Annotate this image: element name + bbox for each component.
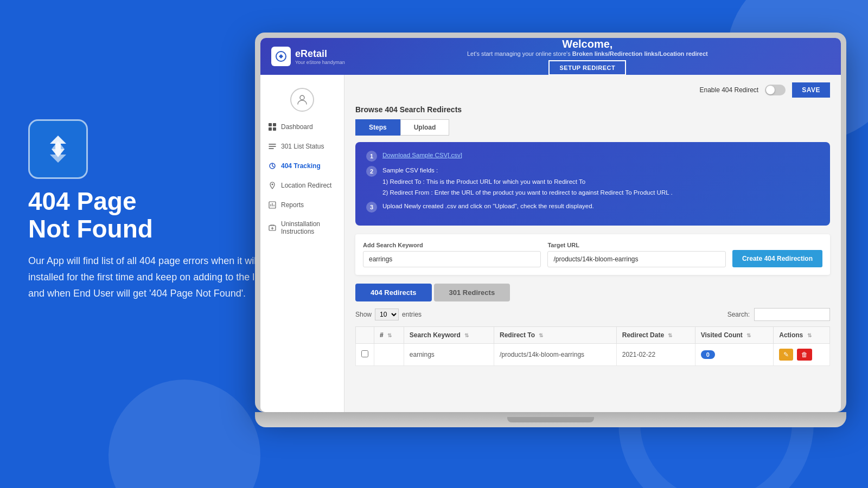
browse-tabs: Steps Upload xyxy=(355,119,830,136)
sidebar-item-uninstall[interactable]: Uninstallation Instructions xyxy=(260,215,344,241)
redirects-table: # ⇅ Search Keyword ⇅ Redirect To ⇅ Redir… xyxy=(355,326,830,366)
table-header-row: # ⇅ Search Keyword ⇅ Redirect To ⇅ Redir… xyxy=(356,326,830,343)
search-label: Search: xyxy=(727,311,750,318)
row-checkbox-cell xyxy=(356,343,374,365)
left-title: 404 Page Not Found xyxy=(28,188,278,242)
row-visited-count: 0 xyxy=(695,343,774,365)
welcome-title: Welcome, xyxy=(345,38,830,50)
target-url-group: Target URL xyxy=(547,242,725,267)
sidebar-item-404-tracking[interactable]: 404 Tracking xyxy=(260,156,344,176)
step-2-title: Sample CSV fields : xyxy=(382,166,673,175)
step-2-num: 2 xyxy=(366,166,377,177)
step-3-num: 3 xyxy=(366,202,377,213)
keyword-input[interactable] xyxy=(363,251,541,267)
col-actions: Actions ⇅ xyxy=(774,326,830,343)
header-center: Welcome, Let's start managing your onlin… xyxy=(345,38,830,75)
laptop-base xyxy=(255,412,846,427)
delete-button[interactable]: 🗑 xyxy=(797,349,812,361)
laptop-outer: eRetail Your eStore handyman Welcome, Le… xyxy=(255,33,846,412)
enable-404-toggle[interactable] xyxy=(765,85,786,95)
row-keyword: earnings xyxy=(404,343,494,365)
search-input[interactable] xyxy=(754,308,830,321)
logo-text-area: eRetail Your eStore handyman xyxy=(295,48,345,65)
location-icon xyxy=(268,181,277,190)
table-row: earnings /products/14k-bloom-earrings 20… xyxy=(356,343,830,365)
svg-point-1 xyxy=(300,95,304,100)
keyword-label: Add Search Keyword xyxy=(363,242,541,248)
step-2-content: Sample CSV fields : 1) Redirect To : Thi… xyxy=(382,166,673,197)
laptop-wrapper: eRetail Your eStore handyman Welcome, Le… xyxy=(255,33,846,455)
svg-rect-3 xyxy=(273,123,276,126)
target-url-input[interactable] xyxy=(547,251,725,267)
list-icon xyxy=(268,142,277,151)
tracking-icon xyxy=(268,162,277,170)
col-checkbox xyxy=(356,326,374,343)
instruction-step-3: 3 Upload Newly created .csv and click on… xyxy=(366,202,819,213)
step-2-detail-2: 2) Redirect From : Enter the URL of the … xyxy=(382,188,673,197)
uninstall-label: Uninstallation Instructions xyxy=(281,220,336,235)
sidebar-avatar xyxy=(260,80,344,117)
laptop-notch xyxy=(507,417,594,422)
sidebar: Dashboard 301 List Status 404 Tracking xyxy=(260,75,344,412)
location-redirect-label: Location Redirect xyxy=(281,182,331,189)
setup-redirect-button[interactable]: SETUP REDIRECT xyxy=(548,60,626,75)
show-entries: Show 10 25 50 entries xyxy=(355,309,422,320)
redirect-tabs-row: 404 Redirects 301 Redirects xyxy=(355,284,830,301)
edit-button[interactable]: ✎ xyxy=(779,349,793,361)
target-url-label: Target URL xyxy=(547,242,725,248)
col-num: # ⇅ xyxy=(374,326,404,343)
tab-404-redirects[interactable]: 404 Redirects xyxy=(355,284,432,301)
instruction-step-1: 1 Download Sample CSV[.csv] xyxy=(366,151,819,162)
svg-rect-5 xyxy=(273,127,276,131)
visited-count-badge: 0 xyxy=(701,350,715,359)
save-button[interactable]: SAVE xyxy=(792,82,830,98)
sidebar-item-reports[interactable]: Reports xyxy=(260,195,344,215)
logo-name: eRetail xyxy=(295,48,327,59)
show-label: Show xyxy=(355,311,372,318)
logo-subtitle: Your eStore handyman xyxy=(295,60,345,65)
bg-decoration-bottom-left xyxy=(108,380,260,488)
svg-point-7 xyxy=(272,184,273,185)
app-icon-box xyxy=(28,119,88,179)
reports-label: Reports xyxy=(281,201,304,209)
app-container: eRetail Your eStore handyman Welcome, Le… xyxy=(260,38,841,412)
reports-icon xyxy=(268,201,277,209)
tab-steps[interactable]: Steps xyxy=(355,119,400,136)
sidebar-item-location-redirect[interactable]: Location Redirect xyxy=(260,176,344,195)
add-keyword-form: Add Search Keyword Target URL Create 404… xyxy=(355,234,830,275)
instructions-box: 1 Download Sample CSV[.csv] 2 Sample CSV… xyxy=(355,142,830,226)
uninstall-icon xyxy=(268,223,277,232)
svg-rect-4 xyxy=(269,127,272,131)
tab-301-redirects[interactable]: 301 Redirects xyxy=(434,284,510,301)
main-content: Enable 404 Redirect SAVE Browse 404 Sear… xyxy=(344,75,841,412)
user-avatar xyxy=(290,88,314,112)
table-search: Search: xyxy=(727,308,830,321)
top-controls: Enable 404 Redirect SAVE xyxy=(355,82,830,98)
toggle-knob xyxy=(766,86,775,94)
enable-404-label: Enable 404 Redirect xyxy=(699,86,758,94)
row-actions: ✎ 🗑 xyxy=(774,343,830,365)
row-redirect-date: 2021-02-22 xyxy=(616,343,695,365)
user-icon xyxy=(296,93,309,106)
entries-label: entries xyxy=(402,311,422,318)
entries-select[interactable]: 10 25 50 xyxy=(375,309,399,320)
table-controls: Show 10 25 50 entries Search: xyxy=(355,308,830,321)
tab-upload[interactable]: Upload xyxy=(400,119,450,136)
download-csv-link[interactable]: Download Sample CSV[.csv] xyxy=(382,152,462,158)
create-redirection-button[interactable]: Create 404 Redirection xyxy=(732,250,822,267)
redirect-icon xyxy=(42,133,74,165)
step-3-text: Upload Newly created .csv and click on "… xyxy=(382,202,594,211)
row-checkbox[interactable] xyxy=(361,350,368,357)
sidebar-item-dashboard[interactable]: Dashboard xyxy=(260,117,344,137)
logo-area: eRetail Your eStore handyman xyxy=(271,47,345,66)
left-panel: 404 Page Not Found Our App will find lis… xyxy=(28,119,278,301)
sidebar-nav: Dashboard 301 List Status 404 Tracking xyxy=(260,117,344,241)
col-keyword: Search Keyword ⇅ xyxy=(404,326,494,343)
logo-icon xyxy=(271,47,291,66)
row-num xyxy=(374,343,404,365)
logo-svg xyxy=(275,50,287,62)
laptop-screen: eRetail Your eStore handyman Welcome, Le… xyxy=(260,38,841,412)
col-redirect-date: Redirect Date ⇅ xyxy=(616,326,695,343)
app-body: Dashboard 301 List Status 404 Tracking xyxy=(260,75,841,412)
sidebar-item-301-list[interactable]: 301 List Status xyxy=(260,137,344,156)
